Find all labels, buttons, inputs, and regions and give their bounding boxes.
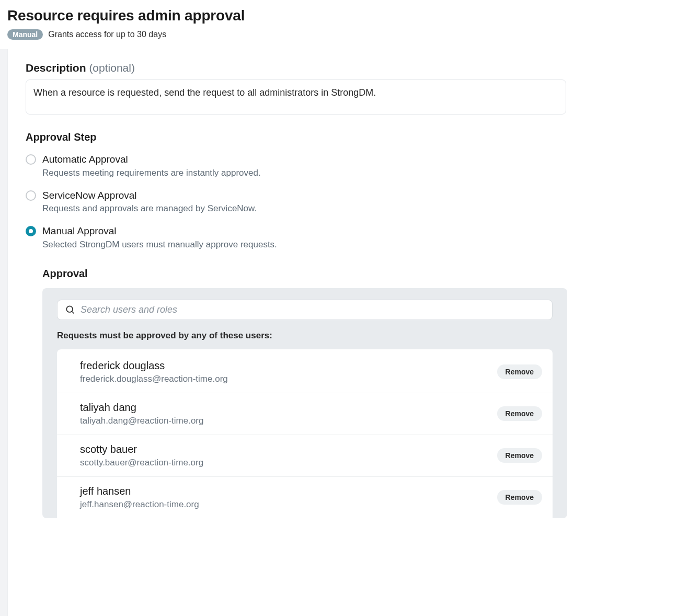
user-name: frederick douglass xyxy=(80,360,228,372)
type-badge: Manual xyxy=(7,29,43,40)
grants-text: Grants access for up to 30 days xyxy=(48,30,166,39)
approval-option-1[interactable]: ServiceNow ApprovalRequests and approval… xyxy=(26,189,671,214)
page-title: Resource requires admin approval xyxy=(7,7,682,24)
radio-title: ServiceNow Approval xyxy=(42,189,257,203)
search-wrapper[interactable] xyxy=(57,300,553,320)
radio-desc: Requests meeting requirements are instan… xyxy=(42,168,261,178)
remove-button[interactable]: Remove xyxy=(497,448,542,463)
radio-desc: Selected StrongDM users must manually ap… xyxy=(42,239,277,250)
approval-list-label: Requests must be approved by any of thes… xyxy=(57,330,553,341)
user-name: scotty bauer xyxy=(80,443,203,455)
radio-title: Manual Approval xyxy=(42,224,277,238)
user-email: jeff.hansen@reaction-time.org xyxy=(80,499,199,510)
user-name: taliyah dang xyxy=(80,402,204,414)
approval-panel: Requests must be approved by any of thes… xyxy=(42,288,567,518)
remove-button[interactable]: Remove xyxy=(497,364,542,379)
user-row: frederick douglassfrederick.douglass@rea… xyxy=(57,351,553,393)
approval-heading: Approval xyxy=(42,268,671,280)
remove-button[interactable]: Remove xyxy=(497,406,542,421)
approval-option-2[interactable]: Manual ApprovalSelected StrongDM users m… xyxy=(26,224,671,250)
user-row: taliyah dangtaliyah.dang@reaction-time.o… xyxy=(57,393,553,435)
user-row: jeff hansenjeff.hansen@reaction-time.org… xyxy=(57,477,553,518)
user-email: frederick.douglass@reaction-time.org xyxy=(80,374,228,384)
user-row: scotty bauerscotty.bauer@reaction-time.o… xyxy=(57,435,553,477)
approval-step-heading: Approval Step xyxy=(26,131,671,143)
user-email: scotty.bauer@reaction-time.org xyxy=(80,458,203,468)
radio-desc: Requests and approvals are managed by Se… xyxy=(42,203,257,214)
svg-line-1 xyxy=(72,312,74,314)
svg-point-0 xyxy=(66,306,73,313)
description-input[interactable]: When a resource is requested, send the r… xyxy=(26,79,566,115)
remove-button[interactable]: Remove xyxy=(497,490,542,505)
description-label: Description (optional) xyxy=(26,62,671,74)
approval-option-0[interactable]: Automatic ApprovalRequests meeting requi… xyxy=(26,153,671,178)
user-name: jeff hansen xyxy=(80,485,199,497)
user-email: taliyah.dang@reaction-time.org xyxy=(80,416,204,426)
radio-title: Automatic Approval xyxy=(42,153,261,167)
search-icon xyxy=(65,304,75,315)
radio-icon[interactable] xyxy=(26,190,36,201)
radio-icon[interactable] xyxy=(26,154,36,165)
search-input[interactable] xyxy=(81,304,545,315)
radio-icon[interactable] xyxy=(26,226,36,236)
